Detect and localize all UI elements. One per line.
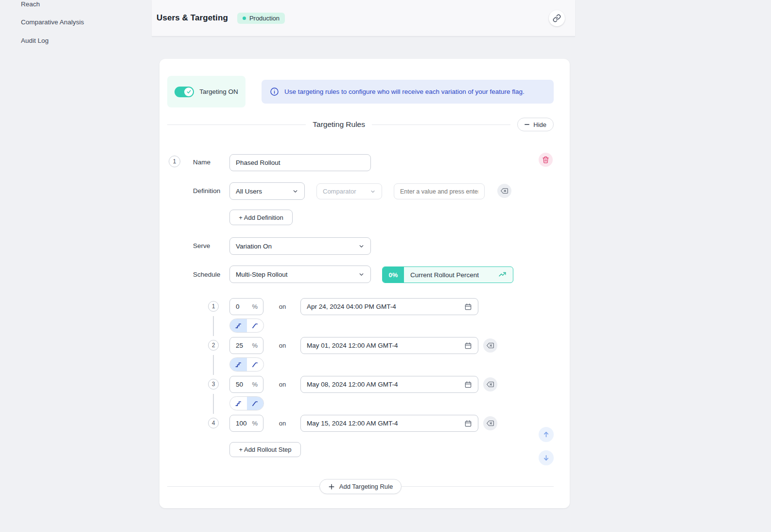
percent-suffix: % <box>252 342 258 349</box>
step-date-input[interactable] <box>307 381 464 388</box>
step-function-icon <box>235 322 242 329</box>
name-label: Name <box>193 159 210 166</box>
environment-badge: Production <box>237 13 285 24</box>
step-transition-button[interactable] <box>230 319 247 332</box>
calendar-icon[interactable] <box>464 342 472 350</box>
rollout-percent-value: 0% <box>383 267 404 283</box>
remove-step-button[interactable] <box>483 377 497 391</box>
plus-icon <box>328 483 335 490</box>
step-number: 4 <box>208 418 219 428</box>
rollout-step-row: 1%on <box>159 298 570 315</box>
clear-definition-button[interactable] <box>497 184 511 198</box>
environment-dot-icon <box>243 17 246 20</box>
step-percent-input[interactable] <box>236 420 250 427</box>
remove-step-button[interactable] <box>483 338 497 353</box>
targeting-toggle[interactable] <box>175 87 194 97</box>
link-icon <box>553 14 561 22</box>
ramp-transition-button[interactable] <box>247 358 264 371</box>
rollout-step-row: 4%on <box>159 415 570 432</box>
step-percent-field: % <box>229 415 263 432</box>
step-connector <box>159 393 570 415</box>
sidebar-item-audit-log[interactable]: Audit Log <box>21 36 49 45</box>
calendar-icon[interactable] <box>464 303 472 311</box>
step-date-input[interactable] <box>307 420 464 427</box>
sidebar-item-reach[interactable]: Reach <box>21 0 40 9</box>
percent-suffix: % <box>252 381 258 388</box>
serve-select-value: Variation On <box>236 243 272 250</box>
targeting-rules-title: Targeting Rules <box>313 120 365 129</box>
chevron-down-icon <box>370 189 376 195</box>
calendar-icon[interactable] <box>464 420 472 427</box>
step-date-input[interactable] <box>307 303 464 310</box>
connector-line <box>213 355 214 375</box>
divider-line <box>167 124 306 125</box>
step-date-input[interactable] <box>307 342 464 349</box>
serve-label: Serve <box>193 242 210 249</box>
backspace-icon <box>487 342 494 349</box>
copy-link-button[interactable] <box>549 10 565 26</box>
move-rule-down-button[interactable] <box>539 450 554 465</box>
on-label: on <box>276 298 289 315</box>
step-number: 2 <box>208 340 219 351</box>
definition-select[interactable]: All Users <box>229 182 305 200</box>
step-transition-button[interactable] <box>230 397 247 410</box>
rollout-step-row: 2%on <box>159 337 570 354</box>
targeting-card: Targeting ON Use targeting rules to conf… <box>159 59 570 508</box>
rule-name-input[interactable] <box>229 154 371 171</box>
backspace-icon <box>501 187 508 195</box>
info-icon <box>270 87 279 96</box>
add-rollout-step-button[interactable]: + Add Rollout Step <box>229 442 301 457</box>
hide-rules-button[interactable]: Hide <box>517 118 554 131</box>
step-connector <box>159 315 570 337</box>
step-date-field <box>300 337 478 354</box>
trash-icon <box>542 156 549 163</box>
step-transition-button[interactable] <box>230 358 247 371</box>
step-connector <box>159 354 570 376</box>
percent-suffix: % <box>252 420 258 427</box>
rollout-percent-label: Current Rollout Percent <box>410 271 479 279</box>
step-percent-field: % <box>229 376 263 393</box>
percent-suffix: % <box>252 303 258 310</box>
definition-select-value: All Users <box>236 188 262 195</box>
backspace-icon <box>487 381 494 388</box>
schedule-label: Schedule <box>193 271 220 278</box>
schedule-select[interactable]: Multi-Step Rollout <box>229 266 371 283</box>
minus-icon <box>525 124 529 125</box>
remove-step-button[interactable] <box>483 416 497 430</box>
step-percent-input[interactable] <box>236 381 250 388</box>
add-targeting-rule-button[interactable]: Add Targeting Rule <box>319 479 402 494</box>
delete-rule-button[interactable] <box>539 153 553 167</box>
sidebar-item-comparative-analysis[interactable]: Comparative Analysis <box>21 18 84 27</box>
ramp-transition-button[interactable] <box>247 319 264 332</box>
current-rollout-badge: 0% Current Rollout Percent <box>382 266 513 283</box>
environment-label: Production <box>249 15 280 22</box>
chevron-down-icon <box>358 243 365 249</box>
comparator-select[interactable]: Comparator <box>316 183 382 199</box>
add-targeting-rule-label: Add Targeting Rule <box>339 483 393 490</box>
divider-line <box>372 124 510 125</box>
transition-toggle <box>229 396 264 410</box>
calendar-icon[interactable] <box>464 381 472 389</box>
connector-line <box>213 316 214 336</box>
serve-select[interactable]: Variation On <box>229 237 371 255</box>
hide-label: Hide <box>533 121 546 128</box>
on-label: on <box>276 415 289 432</box>
on-label: on <box>276 337 289 354</box>
transition-toggle <box>229 319 264 333</box>
on-label: on <box>276 376 289 393</box>
comparator-select-placeholder: Comparator <box>323 188 356 195</box>
info-banner-text: Use targeting rules to configure who wil… <box>284 88 525 95</box>
step-percent-input[interactable] <box>236 342 250 349</box>
arrow-down-icon <box>543 454 550 461</box>
ramp-transition-button[interactable] <box>247 397 264 410</box>
add-definition-button[interactable]: + Add Definition <box>229 210 293 225</box>
ramp-function-icon <box>251 361 259 368</box>
definition-value-input[interactable] <box>394 183 485 199</box>
ramp-function-icon <box>251 400 259 407</box>
step-function-icon <box>235 361 242 368</box>
step-percent-field: % <box>229 298 263 315</box>
transition-toggle <box>229 357 264 372</box>
toggle-knob <box>184 88 193 96</box>
step-percent-input[interactable] <box>236 303 250 310</box>
page-title: Users & Targeting <box>157 13 228 23</box>
